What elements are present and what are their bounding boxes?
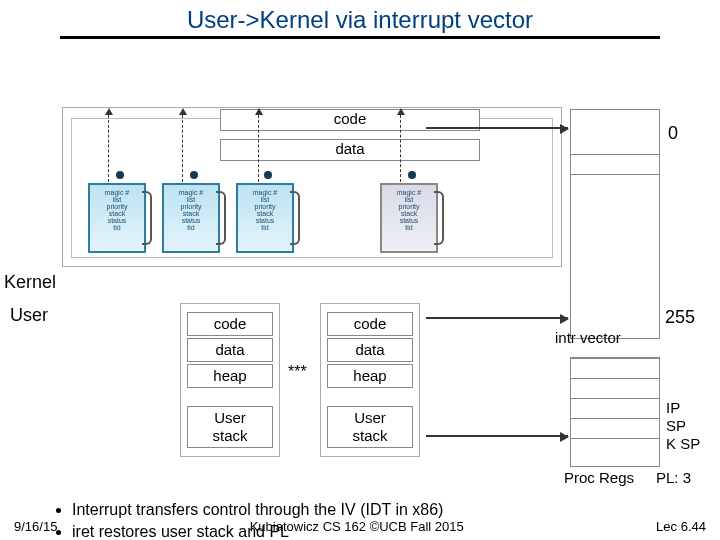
arrow-up-1 <box>108 110 109 182</box>
footer: 9/16/15 Kubiatowicz CS 162 ©UCB Fall 201… <box>0 519 720 534</box>
kernel-label: Kernel <box>4 272 56 293</box>
interrupt-vector <box>570 109 660 339</box>
arrow-up-3 <box>258 110 259 182</box>
reg-sp: SP <box>666 417 700 435</box>
arrow-up-4 <box>400 110 401 182</box>
cell-data: data <box>187 338 273 362</box>
page-title: User->Kernel via interrupt vector <box>0 0 720 36</box>
cell-user-stack: Userstack <box>327 406 413 448</box>
cell-heap: heap <box>327 364 413 388</box>
user-proc-2: code data heap Userstack <box>320 303 420 457</box>
arrow-to-vector <box>426 127 568 129</box>
reg-ip: IP <box>666 399 700 417</box>
cell-code: code <box>187 312 273 336</box>
reg-ksp: K SP <box>666 435 700 453</box>
thread-block-4: magic #listprioritystackstatustid <box>380 183 438 253</box>
bullet-1: Interrupt transfers control through the … <box>72 499 443 521</box>
cell-code: code <box>327 312 413 336</box>
thread-block-1: magic #listprioritystackstatustid <box>88 183 146 253</box>
thread-text: magic #listprioritystackstatustid <box>105 189 130 231</box>
thread-text: magic #listprioritystackstatustid <box>179 189 204 231</box>
footer-date: 9/16/15 <box>14 519 57 534</box>
intr-vector-label: intr vector <box>555 329 621 346</box>
thread-block-2: magic #listprioritystackstatustid <box>162 183 220 253</box>
stars: *** <box>288 363 307 381</box>
cell-user-stack: Userstack <box>187 406 273 448</box>
arrow-code-to-vector <box>426 317 568 319</box>
proc-regs-box <box>570 357 660 467</box>
title-rule <box>60 36 660 39</box>
arrow-stack-to-regs <box>426 435 568 437</box>
user-label: User <box>10 305 48 326</box>
thread-text: magic #listprioritystackstatustid <box>397 189 422 231</box>
footer-right: Lec 6.44 <box>656 519 706 534</box>
cell-heap: heap <box>187 364 273 388</box>
vector-top-index: 0 <box>668 123 678 144</box>
vector-bottom-index: 255 <box>665 307 695 328</box>
arrow-up-2 <box>182 110 183 182</box>
proc-regs-label: Proc Regs <box>564 469 634 486</box>
cell-data: data <box>327 338 413 362</box>
kernel-data: data <box>220 139 480 161</box>
reg-labels: IP SP K SP <box>666 399 700 453</box>
footer-center: Kubiatowicz CS 162 ©UCB Fall 2015 <box>250 519 464 534</box>
pl-label: PL: 3 <box>656 469 691 486</box>
user-proc-1: code data heap Userstack <box>180 303 280 457</box>
thread-text: magic #listprioritystackstatustid <box>253 189 278 231</box>
thread-block-3: magic #listprioritystackstatustid <box>236 183 294 253</box>
